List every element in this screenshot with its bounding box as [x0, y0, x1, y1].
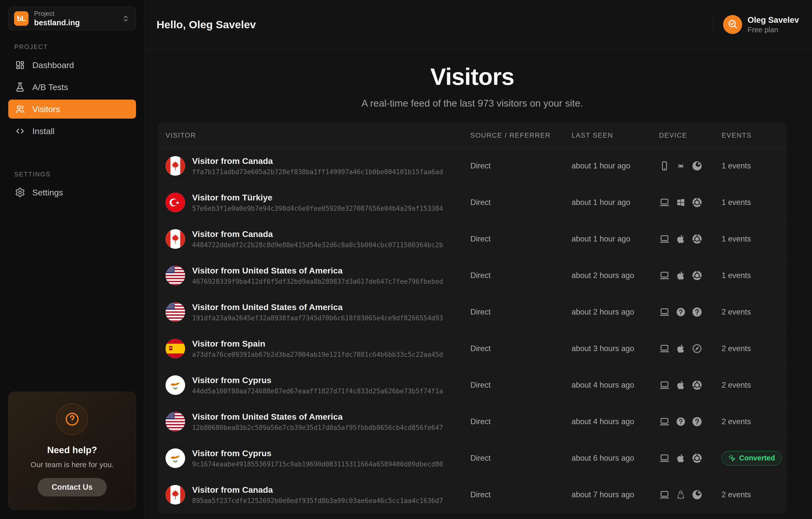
visitor-row[interactable]: Visitor from Türkiye 57e6eb3f1e0a0e9b7e9…: [158, 184, 786, 221]
visitor-title: Visitor from United States of America: [192, 412, 443, 422]
last-seen-cell: about 1 hour ago: [572, 161, 659, 171]
project-selector-label: Project: [34, 10, 80, 18]
source-cell: Direct: [470, 235, 572, 243]
usa-flag: [166, 412, 185, 431]
converted-badge-label: Converted: [739, 454, 775, 462]
visitor-row[interactable]: Visitor from Cyprus 44dd5a100f88aa724688…: [158, 367, 786, 403]
events-cell: 1 events: [722, 235, 786, 243]
canada-flag: [166, 156, 185, 176]
sidebar-item-label: A/B Tests: [32, 82, 68, 92]
visitor-row[interactable]: Visitor from Cyprus 9c1674eaabe491855369…: [158, 440, 786, 477]
events-cell: 1 events: [722, 161, 786, 171]
visitor-hash: 44dd5a100f88aa724688e87ed67eaaff1827d71f…: [192, 387, 443, 395]
visitor-title: Visitor from United States of America: [192, 302, 443, 312]
sidebar-item-a-b-tests[interactable]: A/B Tests: [8, 78, 136, 97]
users-icon: [15, 104, 25, 114]
sidebar: bL Project bestland.ing PROJECTDashboard…: [0, 0, 145, 519]
visitor-cell: Visitor from Canada ffa7b171adbd73e605a2…: [158, 156, 470, 176]
user-name: Oleg Savelev: [748, 15, 799, 25]
visitor-row[interactable]: Visitor from United States of America 19…: [158, 294, 786, 330]
visitor-cell: Visitor from Canada 895aa5f237cdfe125269…: [158, 485, 470, 505]
visitor-hash: 4676928339f9ba412df6f5df32bd9aa8b289837d…: [192, 278, 443, 285]
visitor-title: Visitor from Canada: [192, 229, 443, 239]
user-plan: Free plan: [748, 26, 799, 34]
last-seen-cell: about 2 hours ago: [572, 308, 659, 316]
source-cell: Direct: [470, 308, 572, 316]
visitor-title: Visitor from Cyprus: [192, 375, 443, 385]
visitor-row[interactable]: Visitor from United States of America 12…: [158, 403, 786, 440]
user-menu[interactable]: Oleg Savelev Free plan: [713, 15, 799, 34]
events-cell: 2 events: [722, 490, 786, 499]
page-subtitle: A real-time feed of the last 973 visitor…: [158, 98, 786, 109]
visitor-title: Visitor from United States of America: [192, 266, 443, 276]
visitor-row[interactable]: Visitor from Canada 4484722ddedf2c2b28c8…: [158, 221, 786, 257]
gear-icon: [15, 187, 25, 198]
android-icon: [676, 161, 686, 171]
sidebar-item-dashboard[interactable]: Dashboard: [8, 56, 136, 74]
device-cell: [659, 379, 722, 391]
firefox-icon: [692, 160, 702, 172]
visitor-row[interactable]: Visitor from Canada 895aa5f237cdfe125269…: [158, 477, 786, 513]
apple-icon: [676, 234, 686, 244]
sidebar-nav: PROJECTDashboardA/B TestsVisitorsInstall…: [8, 30, 136, 205]
chrome-icon: [692, 234, 702, 244]
visitor-cell: Visitor from United States of America 19…: [158, 302, 470, 322]
column-header-device: DEVICE: [659, 132, 722, 140]
visitor-row[interactable]: Visitor from Spain a73dfa76ce09391ab67b2…: [158, 330, 786, 367]
code-icon: [15, 126, 25, 136]
visitor-title: Visitor from Türkiye: [192, 193, 443, 203]
sidebar-item-install[interactable]: Install: [8, 122, 136, 141]
device-cell: [659, 234, 722, 244]
cyprus-flag: [166, 375, 185, 395]
sidebar-item-settings[interactable]: Settings: [8, 183, 136, 202]
visitor-row[interactable]: Visitor from Canada ffa7b171adbd73e605a2…: [158, 148, 786, 184]
visitor-hash: 4484722ddedf2c2b28c8d9e88e415d54e32d6c8a…: [192, 241, 443, 249]
main-area: Hello, Oleg Savelev Oleg Savelev Free pl…: [145, 0, 812, 519]
events-cell: 2 events: [722, 380, 786, 390]
chrome-icon: [692, 197, 702, 208]
visitor-hash: 895aa5f237cdfe1252692b0e0edf935fd8b3a99c…: [192, 497, 443, 505]
source-cell: Direct: [470, 380, 572, 390]
project-selector-value: bestland.ing: [34, 18, 80, 27]
last-seen-cell: about 6 hours ago: [572, 454, 659, 463]
visitor-row[interactable]: Visitor from United States of America 46…: [158, 257, 786, 294]
visitor-cell: Visitor from United States of America 12…: [158, 412, 470, 431]
source-cell: Direct: [470, 198, 572, 207]
visitor-hash: 191dfa23a9a2645ef32a8938faaf7345d70b6c61…: [192, 314, 443, 322]
visitor-title: Visitor from Spain: [192, 339, 443, 348]
visitor-table-body: Visitor from Canada ffa7b171adbd73e605a2…: [158, 148, 786, 513]
sidebar-item-label: Install: [32, 126, 55, 136]
events-cell: 2 events: [722, 344, 786, 353]
page-title: Visitors: [158, 63, 786, 90]
spain-flag: [166, 339, 185, 358]
visitors-table: VISITORSOURCE / REFERRERLAST SEENDEVICEE…: [158, 123, 786, 513]
flask-icon: [15, 82, 25, 92]
contact-us-button[interactable]: Contact Us: [37, 478, 107, 496]
nav-section-label: PROJECT: [14, 43, 136, 51]
source-cell: Direct: [470, 490, 572, 499]
apple-icon: [676, 453, 686, 463]
canada-flag: [166, 229, 185, 249]
last-seen-cell: about 1 hour ago: [572, 198, 659, 207]
cyprus-flag: [166, 449, 185, 468]
linux-icon: [676, 490, 686, 500]
visitor-hash: 9c1674eaabe4918553691715c9ab19690d083115…: [192, 460, 443, 468]
table-header-row: VISITORSOURCE / REFERRERLAST SEENDEVICEE…: [158, 124, 786, 148]
device-cell: [659, 343, 722, 354]
visitor-cell: Visitor from Spain a73dfa76ce09391ab67b2…: [158, 339, 470, 358]
laptop-icon: [659, 234, 670, 244]
laptop-icon: [659, 453, 670, 464]
sidebar-item-visitors[interactable]: Visitors: [8, 100, 136, 119]
visitor-cell: Visitor from Cyprus 44dd5a100f88aa724688…: [158, 375, 470, 395]
sidebar-item-label: Dashboard: [32, 60, 74, 70]
circle-question-icon: [56, 403, 88, 435]
windows-icon: [676, 197, 686, 208]
user-texts: Oleg Savelev Free plan: [748, 15, 799, 34]
help-card-title: Need help?: [47, 445, 97, 455]
last-seen-cell: about 4 hours ago: [572, 417, 659, 426]
chrome-icon: [692, 270, 702, 281]
visitor-cell: Visitor from Canada 4484722ddedf2c2b28c8…: [158, 229, 470, 249]
source-cell: Direct: [470, 417, 572, 426]
column-header-events: EVENTS: [722, 132, 786, 140]
project-selector[interactable]: bL Project bestland.ing: [8, 7, 136, 30]
